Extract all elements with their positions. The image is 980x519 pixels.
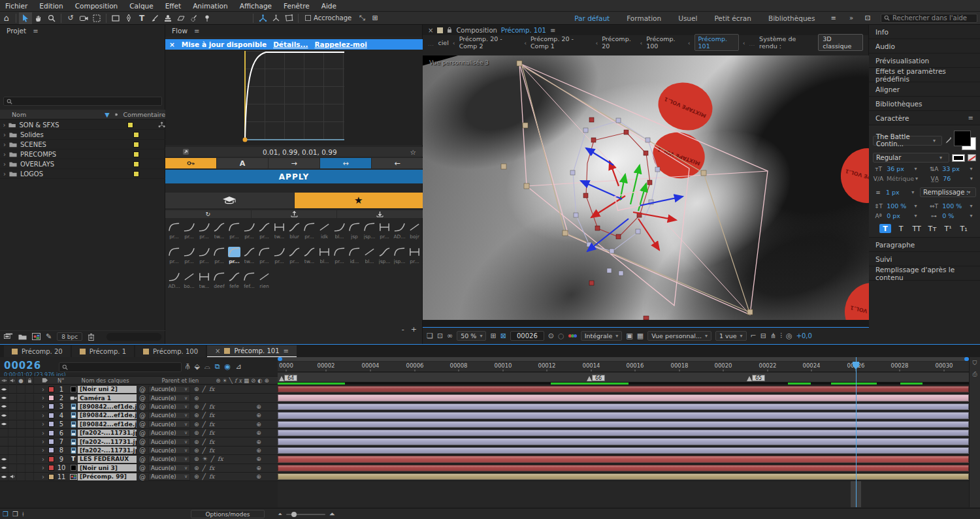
solo-toggle[interactable] xyxy=(17,455,25,463)
preset-item[interactable]: pr... xyxy=(287,247,302,264)
frame-number-field[interactable]: 00026 xyxy=(510,331,544,341)
3d-layer-switch[interactable]: ⊕ xyxy=(254,473,263,480)
snap-checkbox[interactable] xyxy=(305,15,311,21)
preset-item[interactable]: pr... xyxy=(242,222,257,240)
layer-duration-bar[interactable] xyxy=(278,430,969,436)
layer-name[interactable]: [890842...ef1de.jpg] xyxy=(78,403,137,410)
lock-toggle[interactable] xyxy=(25,420,34,428)
parent-pickwhip-icon[interactable]: @ xyxy=(137,412,148,419)
download-icon[interactable] xyxy=(337,210,423,218)
label-color-chip[interactable] xyxy=(133,161,139,167)
layer-track[interactable] xyxy=(278,385,969,394)
preset-item[interactable]: pr... xyxy=(302,222,317,240)
view-axis-mode-icon[interactable] xyxy=(282,12,295,24)
preset-item[interactable]: idk xyxy=(317,222,332,240)
always-preview-icon[interactable]: ❏ xyxy=(427,332,433,340)
panel-menu-icon[interactable]: ≡ xyxy=(968,114,973,121)
renderer-button[interactable]: 3D classique xyxy=(818,34,863,51)
breadcrumb-item[interactable]: Précomp. 101 xyxy=(694,34,739,51)
options-modes-button[interactable]: Options/modes xyxy=(191,510,265,518)
eye-toggle[interactable] xyxy=(0,447,8,454)
layer-name[interactable]: [Précomp. 99] xyxy=(78,473,137,480)
main-display-icon[interactable]: ⊡ xyxy=(437,332,443,340)
expand-chevron-icon[interactable]: › xyxy=(0,151,9,158)
snapshot-icon[interactable]: ⊙ xyxy=(548,332,554,340)
preset-item[interactable]: id... xyxy=(347,247,362,264)
preset-item[interactable]: fef... xyxy=(242,272,257,289)
layer-row[interactable]: › 3 T [890842...ef1de.jpg] @ Aucun(e)∨ xyxy=(0,403,278,411)
menu-item[interactable]: Effet xyxy=(165,2,181,10)
faux-style-button[interactable]: T xyxy=(879,224,891,233)
text-color-swatch[interactable] xyxy=(954,131,976,150)
parent-pickwhip-icon[interactable]: @ xyxy=(137,420,148,428)
resolution-select[interactable]: Intégrale▾ xyxy=(581,331,623,341)
lock-toggle[interactable] xyxy=(25,447,34,454)
layer-row[interactable]: › 2 T Caméra 1 @ Aucun(e)∨ xyxy=(0,394,278,402)
preset-item[interactable]: tw... xyxy=(302,247,317,264)
comp-marker-bin-icon[interactable]: ⛉ xyxy=(973,360,977,367)
breadcrumb-item[interactable]: Précomp. 20 xyxy=(602,35,636,50)
layer-row[interactable]: › 7 T [fa202-...11731.jpg] @ Aucun(e)∨ xyxy=(0,437,278,446)
local-axis-mode-icon[interactable] xyxy=(256,12,269,24)
copy-values-icon[interactable] xyxy=(182,148,189,155)
layer-duration-bar[interactable] xyxy=(278,403,969,410)
3d-layer-switch[interactable]: ⊕ xyxy=(254,439,263,445)
timeline-tab[interactable]: × Précomp. 1 ≡ xyxy=(72,345,134,357)
expand-chevron-icon[interactable]: › xyxy=(39,403,47,410)
tracking-value[interactable]: 76 xyxy=(943,175,968,182)
ease-in-button[interactable]: ← xyxy=(372,158,423,168)
composition-flowchart-icon[interactable]: ⫚ xyxy=(186,362,190,371)
composition-viewport[interactable]: MIXTAPE VOL.1 MIXTAPE VOL.1 MIXTAPE VOL.… xyxy=(423,55,869,320)
faux-style-button[interactable]: T xyxy=(895,224,907,233)
quality-switch[interactable]: ╱ xyxy=(203,386,206,392)
zoom-in-mountain-icon[interactable]: ⏶ xyxy=(329,510,335,518)
panel-menu-icon[interactable]: ≡ xyxy=(194,27,199,35)
clone-stamp-tool[interactable] xyxy=(161,12,174,24)
layer-color-swatch[interactable] xyxy=(48,456,54,462)
preset-item[interactable]: pr... xyxy=(407,247,422,264)
kerning-value[interactable]: Métrique xyxy=(887,175,913,182)
layer-duration-bar[interactable] xyxy=(278,473,969,480)
layer-color-swatch[interactable] xyxy=(48,430,54,436)
new-composition-icon[interactable] xyxy=(32,333,41,340)
audio-toggle[interactable] xyxy=(8,403,17,411)
parent-select[interactable]: Aucun(e)∨ xyxy=(148,473,190,480)
timeline-tab-label[interactable]: Précomp. 100 xyxy=(153,348,198,355)
workspace-tab[interactable]: Formation xyxy=(627,14,661,22)
timeline-zoom-bar[interactable] xyxy=(278,357,969,361)
layer-name[interactable]: Caméra 1 xyxy=(78,394,137,401)
folder-name[interactable]: PRECOMPS xyxy=(20,151,97,158)
world-axis-mode-icon[interactable] xyxy=(269,12,282,24)
eraser-tool[interactable] xyxy=(174,12,188,24)
collapsed-panel-tab[interactable]: Remplissage d'après le contenu xyxy=(869,266,980,281)
eye-toggle[interactable] xyxy=(0,455,8,463)
font-style-select[interactable]: Regular▾ xyxy=(873,153,949,163)
banner-remind-link[interactable]: Rappelez-moi xyxy=(315,40,367,48)
motion-blur-icon[interactable]: ◉ xyxy=(225,362,231,371)
eye-toggle[interactable] xyxy=(0,464,8,472)
3d-layer-switch[interactable]: ⊕ xyxy=(254,430,263,436)
menu-item[interactable]: Calque xyxy=(129,2,153,10)
selection-tool[interactable] xyxy=(19,12,32,24)
playhead-line[interactable] xyxy=(856,357,857,507)
lock-toggle[interactable] xyxy=(25,411,34,419)
layer-duration-bar[interactable] xyxy=(278,394,969,401)
rulers-icon[interactable]: ⊟ xyxy=(760,332,766,340)
layer-duration-bar[interactable] xyxy=(278,447,969,454)
collapsed-panel-tab[interactable]: Audio xyxy=(869,39,980,54)
layer-row[interactable]: › 1 T [Noir uni 2] @ Aucun(e)∨ xyxy=(0,385,278,394)
banner-close-icon[interactable]: × xyxy=(169,40,175,48)
layer-color-swatch[interactable] xyxy=(48,421,54,427)
parent-pickwhip-icon[interactable]: @ xyxy=(137,473,148,480)
sort-arrow-icon[interactable]: ▼ xyxy=(105,111,109,118)
graph-editor-icon[interactable]: ⊿ xyxy=(235,362,241,371)
layer-color-swatch[interactable] xyxy=(48,395,54,401)
horizontal-scale-value[interactable]: 100 % xyxy=(942,202,967,210)
lock-toggle[interactable] xyxy=(25,464,34,472)
fx-switch[interactable]: fx xyxy=(209,430,214,436)
puppet-pin-tool[interactable] xyxy=(201,12,214,24)
eye-toggle[interactable] xyxy=(0,385,8,393)
fx-switch[interactable]: fx xyxy=(209,421,214,428)
mask-visibility-icon[interactable]: ▦ xyxy=(637,332,644,340)
panel-menu-icon[interactable]: ≡ xyxy=(550,27,555,34)
